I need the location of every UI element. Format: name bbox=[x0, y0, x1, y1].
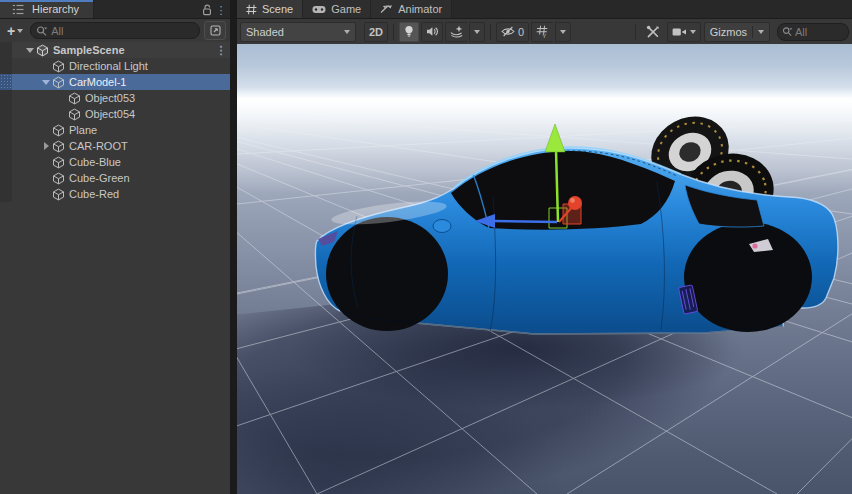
indent-spacer bbox=[56, 90, 68, 106]
gameobject-cube-icon bbox=[68, 92, 81, 105]
gizmo-x-highlight bbox=[570, 198, 575, 203]
draw-mode-dropdown[interactable]: Shaded bbox=[240, 22, 356, 42]
hierarchy-item-label: Cube-Green bbox=[69, 172, 130, 184]
hierarchy-menu-kebab-icon[interactable] bbox=[216, 2, 226, 18]
scene-visibility-gutter[interactable] bbox=[0, 122, 12, 138]
hierarchy-item-label: Cube-Red bbox=[69, 188, 119, 200]
effects-dropdown[interactable] bbox=[469, 22, 485, 42]
scene-camera-button[interactable] bbox=[667, 22, 701, 42]
scene-grid-icon bbox=[246, 4, 257, 15]
scene-visibility-gutter[interactable] bbox=[0, 106, 12, 122]
tabbar-spacer bbox=[94, 0, 198, 18]
gameobject-cube-icon bbox=[52, 172, 65, 185]
gameobject-cube-icon bbox=[52, 60, 65, 73]
scene-toolbar: Shaded 2D bbox=[237, 19, 852, 45]
hierarchy-search-input[interactable] bbox=[51, 25, 194, 37]
create-object-button[interactable]: + bbox=[4, 24, 26, 38]
side-mirror bbox=[433, 220, 451, 233]
disclosure-triangle[interactable] bbox=[40, 138, 52, 154]
hierarchy-item-object053[interactable]: Object053 bbox=[0, 90, 230, 106]
scene-visibility-gutter[interactable] bbox=[0, 90, 12, 106]
2d-label: 2D bbox=[369, 26, 383, 38]
hierarchy-list-icon bbox=[9, 4, 27, 15]
hierarchy-panel: Hierarchy + bbox=[0, 0, 230, 494]
gizmos-dropdown[interactable]: Gizmos bbox=[704, 22, 770, 42]
gameobject-cube-icon bbox=[52, 140, 65, 153]
hierarchy-item-cube-blue[interactable]: Cube-Blue bbox=[0, 154, 230, 170]
grid-dropdown[interactable] bbox=[555, 22, 571, 42]
gamepad-icon bbox=[312, 5, 326, 14]
gameobject-cube-icon bbox=[52, 156, 65, 169]
hierarchy-scene-row[interactable]: SampleScene bbox=[0, 42, 230, 58]
gameobject-cube-icon bbox=[52, 124, 65, 137]
game-tab-label: Game bbox=[331, 3, 361, 15]
scene-tools-button[interactable] bbox=[642, 23, 664, 41]
hierarchy-item-plane[interactable]: Plane bbox=[0, 122, 230, 138]
scene-visibility-gutter[interactable] bbox=[0, 42, 12, 58]
tab-hierarchy[interactable]: Hierarchy bbox=[0, 0, 94, 18]
hierarchy-toolbar: + bbox=[0, 19, 230, 43]
light-bulb-icon bbox=[404, 25, 414, 38]
hierarchy-item-cube-green[interactable]: Cube-Green bbox=[0, 170, 230, 186]
tab-scene[interactable]: Scene bbox=[237, 0, 303, 18]
gizmo-x-handle[interactable] bbox=[568, 196, 582, 210]
pop-out-window-icon[interactable] bbox=[204, 21, 226, 40]
gameobject-cube-icon bbox=[52, 188, 65, 201]
disclosure-triangle[interactable] bbox=[40, 74, 52, 90]
hierarchy-tree-items: Directional LightCarModel-1Object053Obje… bbox=[0, 58, 230, 202]
indent-spacer bbox=[40, 186, 52, 202]
scene-viewport[interactable] bbox=[237, 44, 852, 494]
hidden-objects-toggle[interactable]: 0 bbox=[496, 22, 529, 42]
scene-menu-kebab-icon[interactable] bbox=[216, 44, 226, 57]
hierarchy-item-cube-red[interactable]: Cube-Red bbox=[0, 186, 230, 202]
hierarchy-item-label: CAR-ROOT bbox=[69, 140, 128, 152]
hierarchy-tree: SampleScene Directional LightCarModel-1O… bbox=[0, 42, 230, 494]
hierarchy-item-carmodel-1[interactable]: CarModel-1 bbox=[0, 74, 230, 90]
hierarchy-item-label: Object053 bbox=[85, 92, 135, 104]
hierarchy-tab-label: Hierarchy bbox=[32, 3, 79, 15]
scene-visibility-gutter[interactable] bbox=[0, 170, 12, 186]
disclosure-triangle[interactable] bbox=[24, 42, 36, 58]
scene-search-field[interactable] bbox=[777, 23, 849, 41]
scene-visibility-gutter[interactable] bbox=[0, 154, 12, 170]
button-divider bbox=[752, 26, 753, 38]
hierarchy-item-directional-light[interactable]: Directional Light bbox=[0, 58, 230, 74]
indent-spacer bbox=[40, 122, 52, 138]
2d-toggle-button[interactable]: 2D bbox=[364, 22, 388, 42]
hierarchy-search-field[interactable] bbox=[30, 22, 200, 39]
scene-visibility-gutter[interactable] bbox=[0, 138, 12, 154]
hierarchy-item-car-root[interactable]: CAR-ROOT bbox=[0, 138, 230, 154]
grid-axis-icon: Y bbox=[536, 25, 549, 38]
gizmo-z-axis-arrow[interactable] bbox=[493, 221, 557, 222]
scene-visibility-gutter[interactable] bbox=[0, 74, 12, 90]
effects-star-icon bbox=[450, 25, 463, 38]
tab-animator[interactable]: Animator bbox=[371, 0, 452, 18]
animator-tab-label: Animator bbox=[398, 3, 442, 15]
search-icon bbox=[782, 26, 793, 37]
chevron-down-icon bbox=[560, 30, 566, 34]
eye-slash-icon bbox=[501, 26, 515, 37]
unlock-icon[interactable] bbox=[198, 2, 216, 18]
gameobject-cube-icon bbox=[52, 76, 65, 89]
chevron-down-icon bbox=[344, 30, 350, 34]
scene-search-input[interactable] bbox=[795, 26, 844, 38]
scene-effects-toggle[interactable] bbox=[445, 22, 467, 42]
grid-visibility-toggle[interactable]: Y bbox=[531, 22, 553, 42]
taillight-pink bbox=[752, 243, 757, 248]
scene-visibility-gutter[interactable] bbox=[0, 186, 12, 202]
panel-splitter[interactable] bbox=[230, 0, 237, 494]
speaker-icon bbox=[426, 26, 438, 37]
plus-icon: + bbox=[7, 24, 15, 38]
scene-lighting-toggle[interactable] bbox=[399, 22, 419, 42]
tab-game[interactable]: Game bbox=[303, 0, 371, 18]
video-camera-icon bbox=[672, 27, 687, 37]
chevron-down-icon bbox=[758, 30, 764, 34]
indent-spacer bbox=[40, 154, 52, 170]
hierarchy-item-object054[interactable]: Object054 bbox=[0, 106, 230, 122]
scene-visibility-gutter[interactable] bbox=[0, 58, 12, 74]
draw-mode-label: Shaded bbox=[246, 26, 284, 38]
gameobject-cube-icon bbox=[68, 108, 81, 121]
rear-wheel-well bbox=[684, 222, 812, 332]
hierarchy-tabbar: Hierarchy bbox=[0, 0, 230, 19]
scene-audio-toggle[interactable] bbox=[421, 22, 443, 42]
